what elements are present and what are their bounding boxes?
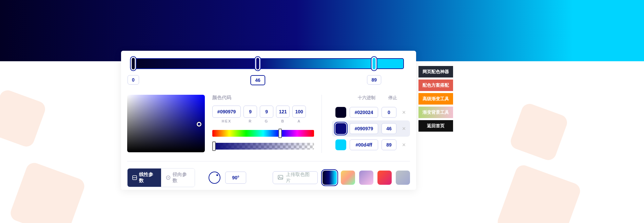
gradient-stop-handle-0[interactable]: [131, 57, 136, 70]
stop-hex-input-2[interactable]: [350, 139, 378, 150]
tab-radial-label: 径向参数: [173, 172, 190, 184]
preset-2[interactable]: [359, 171, 373, 185]
gradient-bar[interactable]: [133, 58, 404, 69]
stop-pos-input-1[interactable]: [382, 123, 396, 134]
saturation-value-picker[interactable]: [127, 95, 205, 152]
a-label: A: [292, 119, 306, 123]
alpha-slider[interactable]: [212, 143, 314, 150]
gradient-stop-handle-1[interactable]: [255, 57, 260, 70]
bg-decor: [0, 88, 47, 149]
nav-color-tool[interactable]: 网页配色神器: [418, 66, 453, 77]
stop-swatch-1[interactable]: [335, 123, 346, 134]
bg-decor: [495, 163, 582, 223]
radial-icon: [166, 175, 171, 180]
side-nav: 网页配色神器 配色方案搭配 高级渐变工具 渐变背景工具 返回首页: [418, 66, 453, 132]
stop-hex-input-1[interactable]: [350, 123, 378, 134]
nav-gradient-bg[interactable]: 渐变背景工具: [418, 107, 453, 118]
stop-pos-badge-2[interactable]: 89: [367, 75, 381, 85]
angle-input[interactable]: [225, 172, 246, 184]
hex-input[interactable]: [212, 106, 241, 118]
stop-pos-badge-0[interactable]: 0: [128, 75, 139, 85]
g-label: G: [260, 119, 273, 123]
stops-list-column: 十六进制 停止 × × ×: [329, 95, 410, 153]
g-input[interactable]: [260, 106, 273, 118]
nav-advanced-gradient[interactable]: 高级渐变工具: [418, 93, 453, 105]
stops-head-stop: 停止: [388, 95, 397, 101]
stop-swatch-2[interactable]: [335, 139, 346, 150]
stop-row-2[interactable]: ×: [332, 137, 410, 153]
tab-radial[interactable]: 径向参数: [161, 169, 195, 187]
gradient-editor-card: 0 46 89 颜色代码 HEX R G B A: [121, 51, 416, 190]
image-icon: [278, 175, 283, 181]
b-input[interactable]: [276, 106, 290, 118]
stop-pos-input-2[interactable]: [382, 139, 396, 150]
hue-handle[interactable]: [278, 129, 282, 138]
delete-stop-0[interactable]: ×: [400, 109, 408, 116]
linear-icon: [132, 175, 137, 180]
sv-cursor[interactable]: [197, 122, 201, 127]
preset-1[interactable]: [341, 171, 355, 185]
r-input[interactable]: [243, 106, 257, 118]
svg-point-3: [168, 177, 169, 178]
stop-hex-input-0[interactable]: [350, 107, 378, 118]
divider: [321, 95, 322, 153]
stop-position-row: 0 46 89: [127, 75, 410, 87]
nav-palette[interactable]: 配色方案搭配: [418, 80, 453, 91]
preset-4[interactable]: [396, 171, 410, 185]
color-code-title: 颜色代码: [212, 95, 314, 101]
bg-decor: [8, 161, 87, 223]
tab-linear[interactable]: 线性参数: [128, 169, 161, 187]
gradient-stop-handle-2[interactable]: [372, 57, 377, 70]
hue-slider[interactable]: [212, 130, 314, 137]
nav-home[interactable]: 返回首页: [418, 120, 453, 132]
hex-label: HEX: [212, 119, 241, 123]
r-label: R: [243, 119, 257, 123]
preset-swatches: [323, 171, 410, 185]
gradient-bar-container: [127, 57, 410, 71]
preset-3[interactable]: [377, 171, 392, 185]
a-input[interactable]: [292, 106, 306, 118]
stop-row-0[interactable]: ×: [332, 104, 410, 120]
tab-linear-label: 线性参数: [139, 172, 156, 184]
bottom-controls: 线性参数 径向参数 上传取色图片: [127, 161, 410, 187]
stop-swatch-0[interactable]: [335, 107, 346, 118]
stop-row-1[interactable]: ×: [332, 120, 410, 137]
preset-0[interactable]: [323, 171, 337, 185]
angle-dial[interactable]: [209, 172, 220, 184]
stops-head-hex: 十六进制: [358, 95, 375, 101]
delete-stop-2[interactable]: ×: [400, 141, 408, 149]
alpha-handle[interactable]: [212, 141, 216, 151]
stop-pos-input-0[interactable]: [382, 107, 396, 118]
gradient-type-tabs: 线性参数 径向参数: [127, 168, 195, 187]
upload-image-button[interactable]: 上传取色图片: [273, 171, 318, 184]
svg-point-5: [279, 176, 280, 177]
stop-pos-badge-1[interactable]: 46: [250, 75, 265, 85]
delete-stop-1[interactable]: ×: [400, 125, 408, 132]
bg-decor: [508, 102, 569, 162]
upload-label: 上传取色图片: [286, 172, 313, 184]
svg-rect-4: [278, 175, 283, 179]
b-label: B: [276, 119, 290, 123]
color-code-column: 颜色代码 HEX R G B A: [212, 95, 314, 153]
